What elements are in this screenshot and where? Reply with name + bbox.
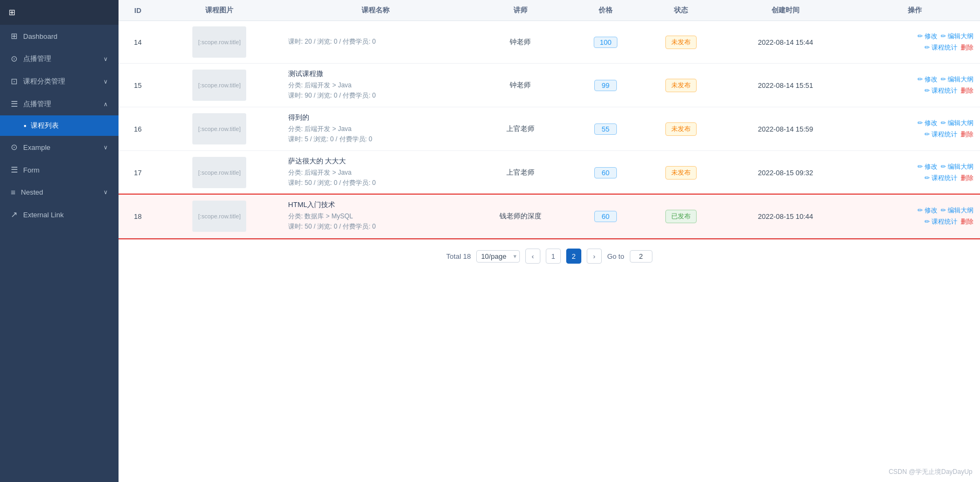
course-hours: 课时: 5 / 浏览: 0 / 付费学员: 0	[288, 135, 463, 144]
price-badge: 55	[594, 123, 617, 135]
cell-status: 未发布	[640, 151, 722, 195]
sidebar-item-nested[interactable]: ≡ Nested ∨	[0, 181, 119, 203]
cell-courseinfo: 测试课程撒分类: 后端开发 > Java课时: 90 / 浏览: 0 / 付费学…	[282, 64, 469, 107]
main-content: ID 课程图片 课程名称 讲师 价格 状态 创建时间 操作 14[:scope.…	[119, 0, 980, 482]
sidebar-subitem-courselist[interactable]: ▪ 课程列表	[0, 115, 119, 136]
cell-teacher: 上官老师	[469, 151, 572, 195]
cell-price: 60	[572, 195, 640, 238]
sidebar-item-label: Dashboard	[23, 32, 58, 40]
cell-img: [:scope.row.title]	[157, 21, 282, 64]
cell-actions: ✏ 修改 ✏ 编辑大纲 ✏ 课程统计 删除	[849, 107, 980, 151]
price-badge: 60	[594, 211, 617, 222]
course-table: ID 课程图片 课程名称 讲师 价格 状态 创建时间 操作 14[:scope.…	[119, 0, 980, 238]
watermark: CSDN @学无止境DayDayUp	[888, 467, 972, 477]
edit-link[interactable]: ✏ 修改	[918, 32, 937, 40]
content-area: ID 课程图片 课程名称 讲师 价格 状态 创建时间 操作 14[:scope.…	[119, 0, 980, 482]
goto-label: Go to	[607, 252, 624, 260]
next-page-button[interactable]: ›	[587, 249, 602, 264]
courselist-icon: ▪	[24, 121, 26, 130]
sidebar-item-label: Nested	[21, 188, 43, 196]
course-hours: 课时: 90 / 浏览: 0 / 付费学员: 0	[288, 91, 463, 100]
sidebar-item-form[interactable]: ☰ Form	[0, 159, 119, 181]
cell-price: 99	[572, 64, 640, 107]
cell-status: 未发布	[640, 21, 722, 64]
course-image: [:scope.row.title]	[192, 157, 246, 188]
course-title: 萨达很大的 大大大	[288, 156, 463, 166]
price-badge: 100	[594, 37, 617, 48]
edit-link[interactable]: ✏ 修改	[918, 163, 937, 170]
table-row: 16[:scope.row.title]得到的分类: 后端开发 > Java课时…	[119, 107, 980, 151]
table-header: ID 课程图片 课程名称 讲师 价格 状态 创建时间 操作	[119, 0, 980, 21]
delete-link[interactable]: 删除	[961, 87, 974, 94]
chevron-up-icon: ∧	[103, 101, 108, 108]
delete-link[interactable]: 删除	[961, 174, 974, 182]
cell-courseinfo: HTML入门技术分类: 数据库 > MySQL课时: 50 / 浏览: 0 / …	[282, 195, 469, 238]
cell-teacher: 上官老师	[469, 107, 572, 151]
col-actions: 操作	[849, 0, 980, 21]
sidebar-logo: ⊞	[0, 0, 119, 25]
col-price: 价格	[572, 0, 640, 21]
goto-input[interactable]	[630, 250, 652, 263]
stats-link[interactable]: ✏ 课程统计	[925, 44, 957, 51]
stats-link[interactable]: ✏ 课程统计	[925, 218, 957, 225]
edit-link[interactable]: ✏ 修改	[918, 206, 937, 214]
outline-link[interactable]: ✏ 编辑大纲	[941, 32, 974, 40]
table-row: 14[:scope.row.title]课时: 20 / 浏览: 0 / 付费学…	[119, 21, 980, 64]
prev-page-button[interactable]: ‹	[525, 249, 540, 264]
cell-date: 2022-08-14 15:44	[722, 21, 849, 64]
sidebar-item-dashboard[interactable]: ⊞ Dashboard	[0, 25, 119, 47]
outline-link[interactable]: ✏ 编辑大纲	[941, 75, 974, 83]
edit-link[interactable]: ✏ 修改	[918, 119, 937, 127]
external-link-icon: ↗	[11, 210, 18, 219]
edit-link[interactable]: ✏ 修改	[918, 75, 937, 83]
sidebar-item-example[interactable]: ⊙ Example ∨	[0, 136, 119, 159]
pagination-bar: Total 18 10/page 20/page 50/page ‹ 1 2 ›…	[119, 238, 980, 273]
status-badge: 未发布	[665, 122, 697, 136]
col-date: 创建时间	[722, 0, 849, 21]
delete-link[interactable]: 删除	[961, 44, 974, 51]
page-number-2[interactable]: 2	[566, 249, 581, 264]
page-number-1[interactable]: 1	[546, 249, 561, 264]
delete-link[interactable]: 删除	[961, 218, 974, 225]
stats-link[interactable]: ✏ 课程统计	[925, 130, 957, 138]
chevron-down-icon: ∨	[103, 78, 108, 85]
delete-link[interactable]: 删除	[961, 130, 974, 138]
outline-link[interactable]: ✏ 编辑大纲	[941, 206, 974, 214]
course-image: [:scope.row.title]	[192, 70, 246, 101]
status-badge: 未发布	[665, 166, 697, 180]
course-category: 分类: 后端开发 > Java	[288, 81, 463, 90]
sidebar-subitem-label: 课程列表	[31, 121, 59, 130]
sidebar-item-categorymgmt[interactable]: ⊡ 课程分类管理 ∨	[0, 70, 119, 93]
chevron-down-icon: ∨	[103, 189, 108, 196]
cell-teacher: 钟老师	[469, 21, 572, 64]
course-title: 测试课程撒	[288, 69, 463, 79]
page-size-select[interactable]: 10/page 20/page 50/page	[476, 250, 520, 263]
course-image: [:scope.row.title]	[192, 26, 246, 58]
sidebar-item-vodmgmt1[interactable]: ⊙ 点播管理 ∨	[0, 47, 119, 70]
cell-img: [:scope.row.title]	[157, 151, 282, 195]
cell-img: [:scope.row.title]	[157, 64, 282, 107]
stats-link[interactable]: ✏ 课程统计	[925, 87, 957, 94]
cell-id: 16	[119, 107, 157, 151]
course-title: HTML入门技术	[288, 200, 463, 210]
sidebar-item-broadcastmgmt[interactable]: ☰ 点播管理 ∧	[0, 93, 119, 115]
cell-id: 17	[119, 151, 157, 195]
form-icon: ☰	[11, 165, 18, 175]
cell-img: [:scope.row.title]	[157, 107, 282, 151]
cell-courseinfo: 萨达很大的 大大大分类: 后端开发 > Java课时: 50 / 浏览: 0 /…	[282, 151, 469, 195]
course-image: [:scope.row.title]	[192, 201, 246, 232]
stats-link[interactable]: ✏ 课程统计	[925, 174, 957, 182]
outline-link[interactable]: ✏ 编辑大纲	[941, 119, 974, 127]
vod-icon: ⊙	[11, 54, 18, 64]
course-category: 分类: 数据库 > MySQL	[288, 212, 463, 221]
example-icon: ⊙	[11, 142, 18, 152]
sidebar-item-externallink[interactable]: ↗ External Link	[0, 203, 119, 226]
cell-actions: ✏ 修改 ✏ 编辑大纲 ✏ 课程统计 删除	[849, 21, 980, 64]
course-hours: 课时: 50 / 浏览: 0 / 付费学员: 0	[288, 178, 463, 188]
course-image: [:scope.row.title]	[192, 113, 246, 144]
sidebar-item-label: Form	[23, 166, 39, 174]
outline-link[interactable]: ✏ 编辑大纲	[941, 163, 974, 170]
cell-date: 2022-08-15 09:32	[722, 151, 849, 195]
status-badge: 未发布	[665, 36, 697, 49]
category-icon: ⊡	[11, 77, 18, 86]
